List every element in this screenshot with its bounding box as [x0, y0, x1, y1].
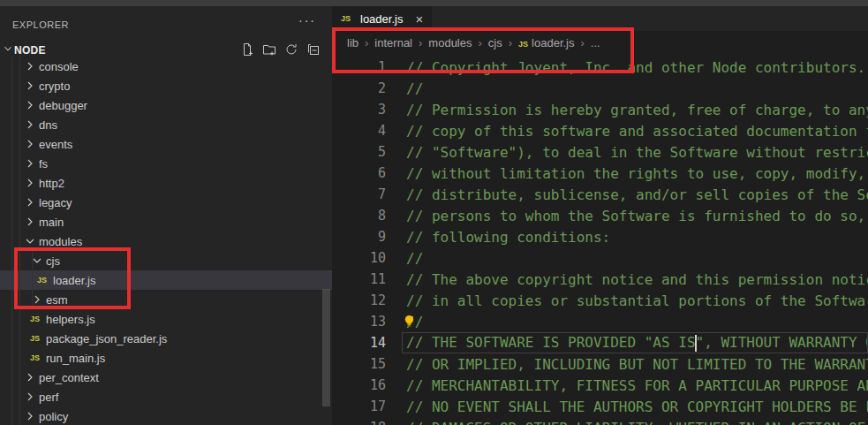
line-number: 6	[332, 165, 386, 181]
line-number: 2	[332, 80, 386, 96]
lightbulb-icon[interactable]	[402, 314, 417, 329]
tree-folder-debugger[interactable]: debugger	[0, 95, 332, 115]
breadcrumb-separator: ›	[509, 36, 512, 49]
tree-file-helpers-js[interactable]: JShelpers.js	[0, 309, 332, 329]
tab-loader-js[interactable]: JS loader.js ×	[332, 6, 432, 31]
breadcrumb-label: loader.js	[532, 36, 574, 49]
tree-folder-legacy[interactable]: legacy	[0, 193, 332, 212]
tree-item-label: run_main.js	[46, 352, 105, 365]
code-text: // distribute, sublicense, and/or sell c…	[406, 186, 868, 203]
breadcrumb-item-internal[interactable]: internal	[374, 36, 412, 49]
breadcrumb: lib›internal›modules›cjs›JSloader.js›...	[332, 31, 868, 55]
tree-file-loader-js[interactable]: JSloader.js	[0, 270, 332, 290]
code-line-4[interactable]: 4// copy of this software and associated…	[332, 120, 868, 141]
line-number: 8	[332, 208, 386, 224]
code-text: // without limitation the rights to use,…	[406, 165, 868, 182]
code-text: // NO EVENT SHALL THE AUTHORS OR COPYRIG…	[406, 398, 868, 415]
code-line-6[interactable]: 6// without limitation the rights to use…	[332, 163, 868, 184]
line-number: 11	[332, 271, 386, 287]
line-number: 16	[332, 377, 386, 393]
code-line-17[interactable]: 17// NO EVENT SHALL THE AUTHORS OR COPYR…	[332, 396, 868, 417]
code-line-12[interactable]: 12// in all copies or substantial portio…	[332, 290, 868, 311]
code-text: // following conditions:	[406, 229, 610, 246]
tree-item-label: esm	[46, 293, 68, 307]
line-number: 12	[332, 292, 386, 308]
sidebar-scrollbar[interactable]	[322, 289, 330, 406]
code-text: // in all copies or substantial portions…	[406, 292, 868, 309]
tree-folder-policy[interactable]: policy	[0, 406, 332, 425]
tab-label: loader.js	[360, 12, 403, 26]
tree-folder-esm[interactable]: esm	[0, 290, 332, 309]
breadcrumb-item-lib[interactable]: lib	[347, 36, 359, 49]
tree-folder-events[interactable]: events	[0, 134, 332, 154]
code-area[interactable]: 1// Copyright Joyent, Inc. and other Nod…	[332, 57, 868, 425]
tree-folder-per-context[interactable]: per_context	[0, 368, 332, 387]
tree-folder-crypto[interactable]: crypto	[0, 76, 332, 95]
chevron-right-icon	[23, 118, 37, 132]
tree-folder-fs[interactable]: fs	[0, 154, 332, 173]
tree-item-label: console	[39, 60, 79, 73]
line-number: 7	[332, 186, 386, 202]
tree-item-label: dns	[39, 118, 57, 132]
window-titlebar-strip	[0, 0, 868, 6]
explorer-header: EXPLORER ···	[0, 13, 332, 36]
line-number: 13	[332, 314, 386, 330]
tree-folder-modules[interactable]: modules	[0, 231, 332, 251]
js-file-icon: JS	[30, 334, 44, 343]
collapse-all-icon[interactable]	[306, 42, 321, 57]
code-line-8[interactable]: 8// persons to whom the Software is furn…	[332, 205, 868, 226]
tree-file-package-json-reader-js[interactable]: JSpackage_json_reader.js	[0, 329, 332, 348]
chevron-right-icon	[23, 98, 37, 112]
code-line-14[interactable]: 14// THE SOFTWARE IS PROVIDED "AS IS", W…	[332, 332, 868, 353]
chevron-right-icon	[23, 370, 37, 384]
tree-folder-http2[interactable]: http2	[0, 173, 332, 193]
tree-item-label: perf	[39, 391, 58, 404]
close-icon[interactable]: ×	[415, 12, 423, 26]
breadcrumb-label: lib	[347, 36, 359, 49]
tree-file-run-main-js[interactable]: JSrun_main.js	[0, 348, 332, 368]
explorer-more-actions-icon[interactable]: ···	[298, 13, 316, 27]
chevron-right-icon	[23, 59, 37, 73]
breadcrumb-item-loader-js[interactable]: JSloader.js	[518, 36, 574, 49]
explorer-sidebar: EXPLORER ··· NODE consolecryptodebuggerd…	[0, 6, 332, 425]
code-line-15[interactable]: 15// OR IMPLIED, INCLUDING BUT NOT LIMIT…	[332, 353, 868, 375]
breadcrumb-item-modules[interactable]: modules	[428, 36, 472, 49]
tree-folder-perf[interactable]: perf	[0, 387, 332, 406]
code-line-13[interactable]: 13//	[332, 311, 868, 332]
new-file-icon[interactable]	[239, 42, 255, 57]
breadcrumb-item-cjs[interactable]: cjs	[488, 36, 502, 49]
breadcrumb-label: internal	[374, 36, 412, 49]
code-line-10[interactable]: 10//	[332, 247, 868, 269]
code-text: // DAMAGES OR OTHER LIABILITY, WHETHER I…	[406, 420, 868, 425]
js-file-icon: JS	[30, 353, 44, 362]
code-line-18[interactable]: 18// DAMAGES OR OTHER LIABILITY, WHETHER…	[332, 417, 868, 425]
section-title: NODE	[14, 44, 46, 57]
code-line-16[interactable]: 16// MERCHANTABILITY, FITNESS FOR A PART…	[332, 375, 868, 396]
tree-folder-cjs[interactable]: cjs	[0, 251, 332, 270]
code-line-5[interactable]: 5// "Software"), to deal in the Software…	[332, 141, 868, 163]
tree-item-label: http2	[39, 177, 64, 190]
tree-item-label: fs	[39, 157, 48, 171]
chevron-right-icon	[23, 79, 37, 93]
file-tree: consolecryptodebuggerdnseventsfshttp2leg…	[0, 57, 332, 425]
code-text: // MERCHANTABILITY, FITNESS FOR A PARTIC…	[406, 377, 868, 394]
code-line-2[interactable]: 2//	[332, 78, 868, 99]
js-file-icon: JS	[30, 315, 44, 323]
line-number: 5	[332, 144, 386, 160]
tree-folder-console[interactable]: console	[0, 57, 332, 76]
tree-folder-main[interactable]: main	[0, 212, 332, 231]
breadcrumb-item--[interactable]: ...	[591, 36, 600, 49]
new-folder-icon[interactable]	[261, 42, 277, 57]
line-number: 3	[332, 102, 386, 118]
code-line-11[interactable]: 11// The above copyright notice and this…	[332, 269, 868, 290]
refresh-icon[interactable]	[283, 42, 299, 57]
tree-item-label: crypto	[39, 80, 70, 93]
tree-folder-dns[interactable]: dns	[0, 115, 332, 134]
code-line-7[interactable]: 7// distribute, sublicense, and/or sell …	[332, 184, 868, 205]
code-text: // OR IMPLIED, INCLUDING BUT NOT LIMITED…	[406, 356, 868, 373]
code-line-9[interactable]: 9// following conditions:	[332, 226, 868, 247]
tree-item-label: loader.js	[53, 274, 95, 287]
code-line-1[interactable]: 1// Copyright Joyent, Inc. and other Nod…	[332, 57, 868, 78]
code-line-3[interactable]: 3// Permission is hereby granted, free o…	[332, 99, 868, 120]
code-text: // The above copyright notice and this p…	[406, 271, 868, 288]
